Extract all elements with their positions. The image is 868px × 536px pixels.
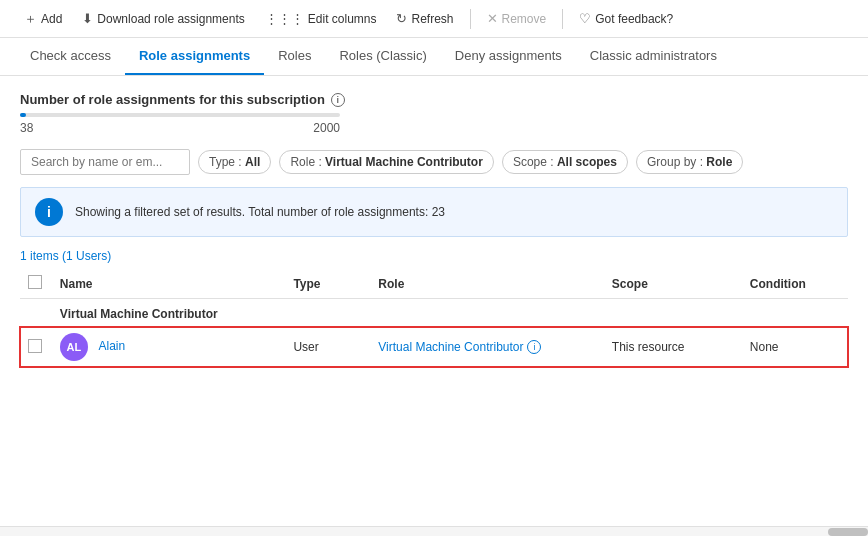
refresh-button[interactable]: ↻ Refresh [388,7,461,30]
refresh-icon: ↻ [396,11,407,26]
header-checkbox-col [20,269,52,299]
download-icon: ⬇ [82,11,93,26]
subscription-info-icon[interactable]: i [331,93,345,107]
add-button[interactable]: ＋ Add [16,6,70,32]
toolbar: ＋ Add ⬇ Download role assignments ⋮⋮⋮ Ed… [0,0,868,38]
heart-icon: ♡ [579,11,591,26]
remove-button[interactable]: ✕ Remove [479,7,555,30]
table-body: Virtual Machine Contributor AL Alain Use… [20,299,848,368]
download-button[interactable]: ⬇ Download role assignments [74,7,252,30]
user-name-link[interactable]: Alain [99,339,126,353]
tab-role-assignments[interactable]: Role assignments [125,38,264,75]
type-filter-chip[interactable]: Type : All [198,150,271,174]
nav-tabs: Check access Role assignments Roles Role… [0,38,868,76]
search-input[interactable] [20,149,190,175]
tab-deny-assignments[interactable]: Deny assignments [441,38,576,75]
table-header: Name Type Role Scope Condition [20,269,848,299]
row-role-cell: Virtual Machine Contributor i [370,327,604,367]
progress-bar-fill [20,113,26,117]
row-checkbox-col [20,327,52,367]
role-table: Name Type Role Scope Condition Virtual M… [20,269,848,367]
select-all-checkbox[interactable] [28,275,42,289]
scrollbar-container [0,526,868,536]
row-condition-cell: None [742,327,848,367]
scope-filter-chip[interactable]: Scope : All scopes [502,150,628,174]
filter-bar: Type : All Role : Virtual Machine Contri… [20,149,848,175]
row-name-cell: AL Alain [52,327,286,367]
columns-icon: ⋮⋮⋮ [265,11,304,26]
scrollbar-thumb[interactable] [828,528,868,536]
info-banner-icon: i [35,198,63,226]
row-scope-cell: This resource [604,327,742,367]
role-info-icon[interactable]: i [527,340,541,354]
table-row: AL Alain User Virtual Machine Contributo… [20,327,848,367]
group-row-vmc: Virtual Machine Contributor [20,299,848,328]
info-banner: i Showing a filtered set of results. Tot… [20,187,848,237]
role-link[interactable]: Virtual Machine Contributor i [378,340,541,354]
progress-labels: 38 2000 [20,121,340,135]
add-icon: ＋ [24,10,37,28]
subscription-header: Number of role assignments for this subs… [20,92,848,107]
group-by-filter-chip[interactable]: Group by : Role [636,150,743,174]
feedback-button[interactable]: ♡ Got feedback? [571,7,681,30]
tab-roles-classic[interactable]: Roles (Classic) [325,38,440,75]
progress-bar-container [20,113,340,117]
edit-columns-button[interactable]: ⋮⋮⋮ Edit columns [257,7,385,30]
row-checkbox[interactable] [28,339,42,353]
avatar: AL [60,333,88,361]
remove-icon: ✕ [487,11,498,26]
role-filter-chip[interactable]: Role : Virtual Machine Contributor [279,150,494,174]
tab-classic-admins[interactable]: Classic administrators [576,38,731,75]
header-condition: Condition [742,269,848,299]
content-area: Number of role assignments for this subs… [0,76,868,383]
header-name: Name [52,269,286,299]
header-role: Role [370,269,604,299]
row-type-cell: User [285,327,370,367]
separator-2 [562,9,563,29]
group-label: Virtual Machine Contributor [52,299,848,328]
table-meta: 1 items (1 Users) [20,249,848,263]
header-scope: Scope [604,269,742,299]
tab-check-access[interactable]: Check access [16,38,125,75]
header-type: Type [285,269,370,299]
separator-1 [470,9,471,29]
tab-roles[interactable]: Roles [264,38,325,75]
